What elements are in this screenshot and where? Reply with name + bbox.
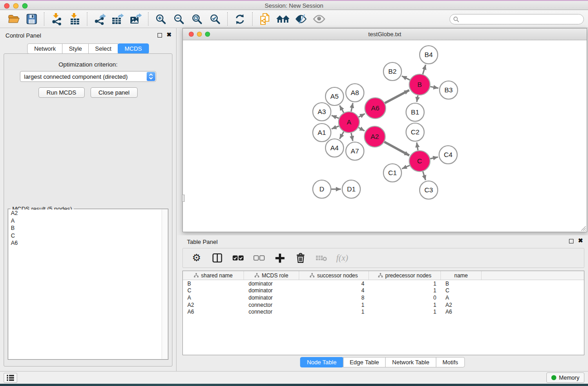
import-table-button[interactable] (66, 11, 84, 27)
zoom-in-button[interactable] (152, 11, 170, 27)
cell-name[interactable]: A (441, 295, 482, 301)
tab-style[interactable]: Style (62, 43, 89, 54)
cell-shared-name[interactable]: B (183, 281, 244, 287)
export-network-button[interactable] (91, 11, 109, 27)
table-row-A[interactable]: Adominator80A (183, 294, 584, 301)
cell-name[interactable]: A2 (441, 302, 482, 308)
cell-name[interactable]: C (441, 287, 482, 294)
cell-MCDS-role[interactable]: connector (244, 309, 299, 315)
cell-MCDS-role[interactable]: dominator (244, 281, 299, 287)
cell-successor-nodes[interactable]: 8 (299, 295, 369, 301)
cell-MCDS-role[interactable]: connector (244, 302, 299, 308)
cell-successor-nodes[interactable]: 4 (299, 287, 369, 294)
cell-predecessor-nodes[interactable]: 0 (369, 295, 441, 301)
zoom-out-button[interactable] (170, 11, 188, 27)
edge-A-A1[interactable] (332, 126, 339, 129)
close-panel-icon[interactable]: ✖ (167, 31, 172, 38)
edge-B-B2[interactable] (402, 76, 410, 80)
unselect-all-button[interactable] (251, 250, 267, 266)
open-file-button[interactable] (5, 11, 23, 27)
select-all-button[interactable] (230, 250, 246, 266)
table-row-B[interactable]: Bdominator41B (183, 280, 584, 287)
edge-A2-C[interactable] (384, 142, 409, 156)
cell-predecessor-nodes[interactable]: 1 (369, 309, 441, 315)
resize-grip-icon[interactable] (580, 225, 586, 231)
memory-button[interactable]: Memory (546, 372, 584, 383)
first-neighbors-button[interactable] (274, 11, 292, 27)
column-header-name[interactable]: name (441, 271, 482, 280)
birdseye-view-button[interactable] (310, 11, 328, 27)
cell-predecessor-nodes[interactable]: 1 (369, 281, 441, 287)
network-window-titlebar[interactable]: testGlobe.txt (183, 29, 587, 40)
tab-network[interactable]: Network (27, 43, 62, 54)
edge-B-B1[interactable] (417, 95, 418, 102)
mcds-result-item[interactable]: B (9, 224, 167, 232)
table-row-A6[interactable]: A6connector11A6 (183, 308, 584, 315)
tab-node-table[interactable]: Node Table (300, 357, 344, 367)
search-box[interactable] (449, 14, 584, 24)
search-input[interactable] (462, 16, 583, 23)
mcds-result-item[interactable]: A6 (9, 239, 167, 247)
show-task-history-button[interactable] (4, 373, 17, 383)
import-network-button[interactable] (48, 11, 66, 27)
add-column-button[interactable] (272, 250, 288, 266)
new-network-from-selection-button[interactable] (256, 11, 274, 27)
cell-shared-name[interactable]: A6 (183, 309, 244, 315)
tab-edge-table[interactable]: Edge Table (343, 357, 386, 367)
edge-C-C1[interactable] (402, 166, 410, 169)
edge-B-B4[interactable] (423, 65, 425, 74)
function-builder-button[interactable]: f(x) (334, 250, 350, 266)
mcds-result-list[interactable]: A2ABCA6 (9, 210, 167, 359)
mcds-result-item[interactable]: A2 (9, 210, 167, 217)
edge-A-A6[interactable] (359, 114, 365, 117)
edge-C-C2[interactable] (417, 143, 418, 151)
network-canvas[interactable]: AA1A2A3A4A5A6A7A8BB1B2B3B4CC1C2C3C4DD1 (183, 41, 587, 232)
cell-successor-nodes[interactable]: 1 (299, 302, 369, 308)
close-table-panel-icon[interactable]: ✖ (578, 237, 583, 244)
edge-A-A8[interactable] (351, 103, 353, 112)
close-panel-button[interactable]: Close panel (91, 87, 138, 98)
table-row-C[interactable]: Cdominator41C (183, 287, 584, 295)
edge-A-A7[interactable] (351, 133, 353, 141)
tab-motifs[interactable]: Motifs (435, 357, 465, 367)
delete-column-button[interactable] (292, 250, 309, 266)
tab-select[interactable]: Select (88, 43, 118, 54)
table-row-A2[interactable]: A2connector11A2 (183, 301, 584, 309)
edge-A6-B[interactable] (385, 90, 409, 103)
run-mcds-button[interactable]: Run MCDS (38, 87, 85, 98)
column-header-shared-name[interactable]: shared name (183, 271, 244, 280)
export-table-button[interactable] (109, 11, 127, 27)
cell-MCDS-role[interactable]: dominator (244, 287, 299, 294)
zoom-selected-button[interactable] (206, 11, 224, 27)
cell-successor-nodes[interactable]: 1 (299, 309, 369, 315)
cell-name[interactable]: B (441, 281, 482, 287)
zoom-fit-button[interactable] (188, 11, 206, 27)
cell-shared-name[interactable]: C (183, 287, 244, 294)
cell-predecessor-nodes[interactable]: 1 (369, 287, 441, 294)
tab-mcds[interactable]: MCDS (118, 43, 148, 54)
cell-MCDS-role[interactable]: dominator (244, 295, 299, 301)
cell-shared-name[interactable]: A (183, 295, 244, 301)
mcds-result-item[interactable]: C (9, 232, 167, 240)
mcds-result-item[interactable]: A (9, 217, 167, 225)
save-session-button[interactable] (23, 11, 41, 27)
column-header-MCDS-role[interactable]: MCDS role (244, 271, 299, 280)
result-list-scrollbar[interactable] (162, 210, 167, 359)
edge-C-C3[interactable] (423, 172, 425, 180)
cell-name[interactable]: A6 (441, 309, 482, 315)
cell-successor-nodes[interactable]: 4 (299, 281, 369, 287)
edge-A-A4[interactable] (339, 132, 344, 139)
float-table-panel-icon[interactable] (569, 239, 574, 243)
tab-network-table[interactable]: Network Table (385, 357, 436, 367)
table-settings-button[interactable]: ⚙ (188, 250, 205, 266)
edge-C-C4[interactable] (430, 157, 438, 159)
float-panel-icon[interactable] (158, 33, 162, 38)
splitter-handle[interactable] (182, 195, 185, 202)
cell-shared-name[interactable]: A2 (183, 302, 244, 308)
edge-A-A3[interactable] (332, 115, 339, 118)
apply-layout-refresh-button[interactable] (231, 11, 249, 27)
show-graphics-details-button[interactable] (292, 11, 310, 27)
column-header-predecessor-nodes[interactable]: predecessor nodes (369, 271, 441, 280)
criterion-dropdown[interactable]: largest connected component (directed) (20, 71, 156, 82)
edge-A-A5[interactable] (339, 105, 344, 113)
